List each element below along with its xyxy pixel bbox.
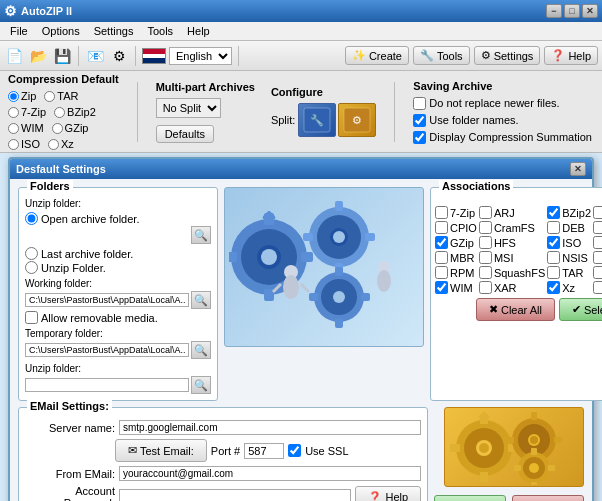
- comp-zip[interactable]: [8, 91, 19, 102]
- comp-wim[interactable]: [8, 123, 19, 134]
- assoc-item-gzip: GZip: [435, 236, 477, 249]
- cancel-button[interactable]: ✖ Cancel: [512, 495, 584, 501]
- no-split-select[interactable]: No Split: [156, 98, 221, 118]
- assoc-checkbox-mbr[interactable]: [435, 251, 448, 264]
- flag-icon: [142, 48, 166, 64]
- modal-title-bar: Desfault Settings ✕: [10, 159, 592, 179]
- assoc-checkbox-cab[interactable]: [593, 206, 602, 219]
- comp-gzip[interactable]: [52, 123, 63, 134]
- minimize-button[interactable]: −: [546, 4, 562, 18]
- svg-rect-49: [506, 437, 514, 443]
- assoc-checkbox-gzip[interactable]: [435, 236, 448, 249]
- last-archive-label: Last archive folder.: [41, 248, 133, 260]
- comp-iso[interactable]: [8, 139, 19, 150]
- options-bar: Compression Default Zip TAR 7-Zip BZip2 …: [0, 71, 602, 153]
- last-archive-radio[interactable]: [25, 247, 38, 260]
- display-compression-checkbox[interactable]: [413, 131, 426, 144]
- accept-button[interactable]: ✔ Accept: [434, 495, 506, 501]
- folders-section: Folders Unzip folder: Open archive folde…: [18, 187, 218, 401]
- unzip-path-input[interactable]: [25, 378, 189, 392]
- assoc-checkbox-deb[interactable]: [547, 221, 560, 234]
- settings-button[interactable]: ⚙ Settings: [474, 46, 541, 65]
- assoc-item-nsis: NSIS: [547, 251, 591, 264]
- browse-btn-4[interactable]: 🔍: [191, 376, 211, 394]
- password-input[interactable]: [119, 489, 351, 501]
- tools-button[interactable]: 🔧 Tools: [413, 46, 470, 65]
- config-icon[interactable]: ⚙: [109, 47, 129, 65]
- assoc-checkbox-iso[interactable]: [547, 236, 560, 249]
- svg-rect-26: [309, 293, 318, 301]
- svg-point-59: [529, 463, 539, 473]
- port-input[interactable]: [244, 443, 284, 459]
- clear-all-button[interactable]: ✖ Clear All: [476, 298, 555, 321]
- comp-xz[interactable]: [48, 139, 59, 150]
- menu-options[interactable]: Options: [36, 23, 86, 39]
- server-name-input[interactable]: [119, 420, 421, 435]
- from-email-input[interactable]: [119, 466, 421, 481]
- menu-tools[interactable]: Tools: [141, 23, 179, 39]
- configure-label: Configure: [271, 86, 323, 98]
- open-icon[interactable]: 📂: [28, 47, 48, 65]
- assoc-checkbox-tar[interactable]: [547, 266, 560, 279]
- modal-close-button[interactable]: ✕: [570, 162, 586, 176]
- maximize-button[interactable]: □: [564, 4, 580, 18]
- assoc-checkbox-cramfs[interactable]: [479, 221, 492, 234]
- language-select[interactable]: English: [169, 47, 232, 65]
- assoc-checkbox-7-zip[interactable]: [435, 206, 448, 219]
- svg-rect-38: [480, 472, 488, 482]
- assoc-checkbox-arj[interactable]: [479, 206, 492, 219]
- defaults-button[interactable]: Defaults: [156, 125, 214, 143]
- assoc-checkbox-dmg[interactable]: [593, 221, 602, 234]
- assoc-checkbox-lzh[interactable]: [593, 236, 602, 249]
- ssl-label: Use SSL: [305, 445, 348, 457]
- assoc-checkbox-rpm[interactable]: [435, 266, 448, 279]
- use-folder-checkbox[interactable]: [413, 114, 426, 127]
- assoc-checkbox-xar[interactable]: [479, 281, 492, 294]
- svg-text:🔧: 🔧: [310, 113, 324, 127]
- assoc-checkbox-squashfs[interactable]: [479, 266, 492, 279]
- assoc-checkbox-xz[interactable]: [547, 281, 560, 294]
- comp-tar[interactable]: [44, 91, 55, 102]
- multipart-section: Multi-part Archives No Split Defaults: [156, 81, 255, 143]
- create-button[interactable]: ✨ Create: [345, 46, 409, 65]
- assoc-checkbox-ntfs[interactable]: [593, 251, 602, 264]
- save-icon[interactable]: 💾: [52, 47, 72, 65]
- help-button[interactable]: ❓ Help: [544, 46, 598, 65]
- no-replace-checkbox[interactable]: [413, 97, 426, 110]
- assoc-checkbox-cpio[interactable]: [435, 221, 448, 234]
- assoc-item-xar: XAR: [479, 281, 545, 294]
- svg-rect-10: [301, 252, 313, 262]
- open-archive-label: Open archive folder.: [41, 213, 139, 225]
- select-all-button[interactable]: ✔ Select All: [559, 298, 602, 321]
- comp-bzip2[interactable]: [54, 107, 65, 118]
- menu-help[interactable]: Help: [181, 23, 216, 39]
- new-icon[interactable]: 📄: [4, 47, 24, 65]
- browse-btn-2[interactable]: 🔍: [191, 291, 211, 309]
- browse-btn-1[interactable]: 🔍: [191, 226, 211, 244]
- assoc-checkbox-nsis[interactable]: [547, 251, 560, 264]
- assoc-checkbox-msi[interactable]: [479, 251, 492, 264]
- test-email-button[interactable]: ✉ Test Email:: [115, 439, 207, 462]
- display-compression-label: Display Compression Summation: [429, 131, 592, 143]
- assoc-checkbox-wim[interactable]: [435, 281, 448, 294]
- working-path-input[interactable]: [25, 293, 189, 307]
- assoc-checkbox-z[interactable]: [593, 281, 602, 294]
- menu-settings[interactable]: Settings: [88, 23, 140, 39]
- allow-removable-checkbox[interactable]: [25, 311, 38, 324]
- help-button-email[interactable]: ❓ Help: [355, 486, 421, 502]
- ssl-checkbox[interactable]: [288, 444, 301, 457]
- temp-path-input[interactable]: [25, 343, 189, 357]
- email-icon[interactable]: 📧: [85, 47, 105, 65]
- open-archive-radio[interactable]: [25, 212, 38, 225]
- assoc-item-hfs: HFS: [479, 236, 545, 249]
- menu-file[interactable]: File: [4, 23, 34, 39]
- assoc-checkbox-bzip2[interactable]: [547, 206, 560, 219]
- unzip-folder-radio[interactable]: [25, 261, 38, 274]
- assoc-checkbox-udf[interactable]: [593, 266, 602, 279]
- assoc-checkbox-hfs[interactable]: [479, 236, 492, 249]
- close-button[interactable]: ✕: [582, 4, 598, 18]
- comp-7zip[interactable]: [8, 107, 19, 118]
- toolbar: 📄 📂 💾 📧 ⚙ English ✨ Create 🔧 Tools ⚙ Set…: [0, 41, 602, 71]
- browse-btn-3[interactable]: 🔍: [191, 341, 211, 359]
- assoc-item-deb: DEB: [547, 221, 591, 234]
